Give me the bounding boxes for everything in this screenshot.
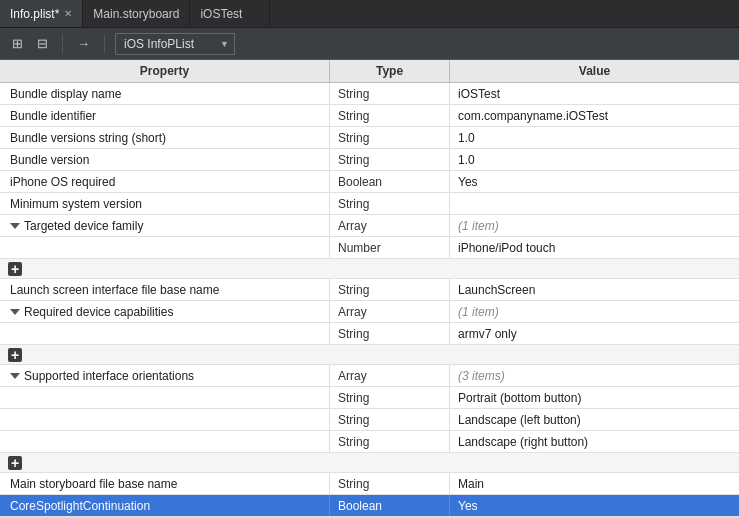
value-portrait: Portrait (bottom button) xyxy=(450,387,739,408)
prop-launch-screen: Launch screen interface file base name xyxy=(0,279,330,300)
table-row[interactable]: String armv7 only xyxy=(0,323,739,345)
type-corespotlight: Boolean xyxy=(330,495,450,516)
triangle-targeted-device-family-icon[interactable] xyxy=(10,223,20,229)
prop-min-system-version: Minimum system version xyxy=(0,193,330,214)
header-property: Property xyxy=(0,60,330,82)
prop-iphone-os-required: iPhone OS required xyxy=(0,171,330,192)
value-bundle-version: 1.0 xyxy=(450,149,739,170)
table-row[interactable]: String Landscape (left button) xyxy=(0,409,739,431)
prop-device-number xyxy=(0,237,330,258)
triangle-supported-orientations-icon[interactable] xyxy=(10,373,20,379)
plist-category-select[interactable]: iOS InfoPList xyxy=(115,33,235,55)
value-min-system-version xyxy=(450,193,739,214)
tab-iostest[interactable]: iOSTest xyxy=(190,0,270,27)
table-row[interactable]: Minimum system version String xyxy=(0,193,739,215)
prop-landscape-left xyxy=(0,409,330,430)
value-corespotlight: Yes xyxy=(450,495,739,516)
add-row-3: + xyxy=(0,453,739,473)
value-launch-screen: LaunchScreen xyxy=(450,279,739,300)
table-header: Property Type Value xyxy=(0,60,739,83)
prop-main-storyboard-file: Main storyboard file base name xyxy=(0,473,330,494)
tab-bar: Info.plist* ✕ Main.storyboard iOSTest xyxy=(0,0,739,28)
value-bundle-identifier: com.companyname.iOSTest xyxy=(450,105,739,126)
content-area: Property Type Value Bundle display name … xyxy=(0,60,739,518)
prop-corespotlight: CoreSpotlightContinuation xyxy=(0,495,330,516)
type-launch-screen: String xyxy=(330,279,450,300)
table-row[interactable]: Targeted device family Array (1 item) xyxy=(0,215,739,237)
value-targeted-device-family: (1 item) xyxy=(450,215,739,236)
type-bundle-display-name: String xyxy=(330,83,450,104)
table-row[interactable]: Supported interface orientations Array (… xyxy=(0,365,739,387)
prop-bundle-identifier: Bundle identifier xyxy=(0,105,330,126)
tab-info-plist-close[interactable]: ✕ xyxy=(64,8,72,19)
table-row[interactable]: Launch screen interface file base name S… xyxy=(0,279,739,301)
type-supported-orientations: Array xyxy=(330,365,450,386)
type-iphone-os-required: Boolean xyxy=(330,171,450,192)
value-supported-orientations: (3 items) xyxy=(450,365,739,386)
table-row[interactable]: String Landscape (right button) xyxy=(0,431,739,453)
type-bundle-identifier: String xyxy=(330,105,450,126)
value-armv7: armv7 only xyxy=(450,323,739,344)
value-required-device-capabilities: (1 item) xyxy=(450,301,739,322)
type-portrait: String xyxy=(330,387,450,408)
prop-supported-orientations: Supported interface orientations xyxy=(0,365,330,386)
tab-main-storyboard-label: Main.storyboard xyxy=(93,7,179,21)
paste-button[interactable]: ⊟ xyxy=(33,34,52,53)
table-row[interactable]: iPhone OS required Boolean Yes xyxy=(0,171,739,193)
table-row[interactable]: Required device capabilities Array (1 it… xyxy=(0,301,739,323)
type-device-number: Number xyxy=(330,237,450,258)
type-armv7: String xyxy=(330,323,450,344)
type-bundle-version: String xyxy=(330,149,450,170)
tab-info-plist[interactable]: Info.plist* ✕ xyxy=(0,0,83,27)
type-min-system-version: String xyxy=(330,193,450,214)
table-row[interactable]: Bundle identifier String com.companyname… xyxy=(0,105,739,127)
prop-bundle-display-name: Bundle display name xyxy=(0,83,330,104)
prop-armv7 xyxy=(0,323,330,344)
prop-landscape-right xyxy=(0,431,330,452)
add-item-button-3[interactable]: + xyxy=(8,456,22,470)
prop-bundle-version: Bundle version xyxy=(0,149,330,170)
table-row[interactable]: Bundle display name String iOSTest xyxy=(0,83,739,105)
prop-bundle-versions-short: Bundle versions string (short) xyxy=(0,127,330,148)
value-bundle-display-name: iOSTest xyxy=(450,83,739,104)
dropdown-wrap: iOS InfoPList ▼ xyxy=(115,33,235,55)
value-iphone-os-required: Yes xyxy=(450,171,739,192)
type-required-device-capabilities: Array xyxy=(330,301,450,322)
table-row[interactable]: Bundle version String 1.0 xyxy=(0,149,739,171)
type-landscape-right: String xyxy=(330,431,450,452)
add-item-button-2[interactable]: + xyxy=(8,348,22,362)
type-landscape-left: String xyxy=(330,409,450,430)
tab-main-storyboard[interactable]: Main.storyboard xyxy=(83,0,190,27)
value-landscape-left: Landscape (left button) xyxy=(450,409,739,430)
prop-portrait xyxy=(0,387,330,408)
table-row[interactable]: Bundle versions string (short) String 1.… xyxy=(0,127,739,149)
prop-targeted-device-family: Targeted device family xyxy=(0,215,330,236)
value-bundle-versions-short: 1.0 xyxy=(450,127,739,148)
tab-iostest-label: iOSTest xyxy=(200,7,242,21)
navigate-button[interactable]: → xyxy=(73,34,94,53)
toolbar-separator-1 xyxy=(62,35,63,53)
table-row-corespotlight[interactable]: CoreSpotlightContinuation Boolean Yes xyxy=(0,495,739,517)
header-type: Type xyxy=(330,60,450,82)
table-row[interactable]: Main storyboard file base name String Ma… xyxy=(0,473,739,495)
value-main-storyboard-file: Main xyxy=(450,473,739,494)
copy-button[interactable]: ⊞ xyxy=(8,34,27,53)
toolbar: ⊞ ⊟ → iOS InfoPList ▼ xyxy=(0,28,739,60)
type-bundle-versions-short: String xyxy=(330,127,450,148)
toolbar-separator-2 xyxy=(104,35,105,53)
table-row[interactable]: String Portrait (bottom button) xyxy=(0,387,739,409)
type-targeted-device-family: Array xyxy=(330,215,450,236)
header-value: Value xyxy=(450,60,739,82)
type-main-storyboard-file: String xyxy=(330,473,450,494)
value-device-number: iPhone/iPod touch xyxy=(450,237,739,258)
triangle-required-device-icon[interactable] xyxy=(10,309,20,315)
table-row[interactable]: Number iPhone/iPod touch xyxy=(0,237,739,259)
add-row-1: + xyxy=(0,259,739,279)
value-landscape-right: Landscape (right button) xyxy=(450,431,739,452)
add-item-button-1[interactable]: + xyxy=(8,262,22,276)
prop-required-device-capabilities: Required device capabilities xyxy=(0,301,330,322)
tab-info-plist-label: Info.plist* xyxy=(10,7,59,21)
add-row-2: + xyxy=(0,345,739,365)
